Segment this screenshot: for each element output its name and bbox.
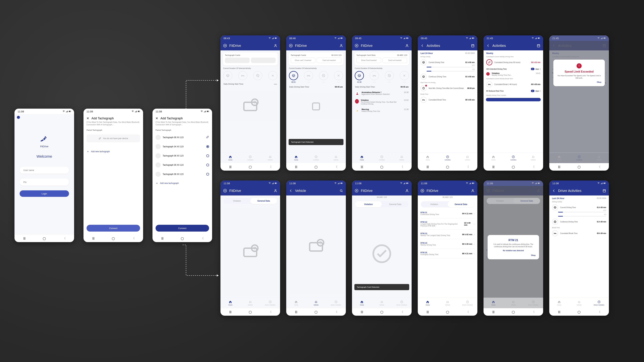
rtm-row[interactable]: RTM 22Longest Daily Driving Time For The…: [418, 219, 478, 229]
dialog-ok[interactable]: Okay: [557, 81, 602, 83]
avail-ring[interactable]: [253, 71, 262, 80]
close-button[interactable]: ✕: [156, 116, 158, 120]
plus-icon[interactable]: [289, 44, 293, 47]
dialog-ok[interactable]: Okay: [491, 254, 536, 256]
screen-vehicle: 11:08 Vehicle HomeVehicleDriver Activiti…: [286, 180, 346, 316]
user-icon[interactable]: [274, 189, 277, 193]
steer-icon: [420, 59, 426, 65]
nav-vehicle[interactable]: Vehicle: [306, 298, 326, 308]
nav-home[interactable]: Home: [220, 153, 240, 163]
plus-icon[interactable]: [420, 189, 424, 193]
nav-vehicle[interactable]: Vehicle: [372, 298, 392, 308]
tab-general[interactable]: General Data: [250, 198, 277, 204]
nav-home[interactable]: Home: [220, 298, 240, 308]
add-new-button[interactable]: ＋Add new tachograph: [84, 147, 143, 156]
nav-vehicle[interactable]: Vehicle: [392, 153, 412, 163]
connect-button[interactable]: Connect: [86, 225, 140, 232]
android-nav[interactable]: |||◯〈: [14, 235, 74, 242]
nav-home[interactable]: Home: [286, 298, 306, 308]
calendar-icon[interactable]: [537, 44, 540, 47]
android-nav[interactable]: |||◯〈: [84, 235, 143, 242]
calendar-icon[interactable]: [602, 189, 606, 193]
nav-vehicle[interactable]: Vehicle: [523, 153, 543, 163]
steer-ring[interactable]: [289, 71, 298, 80]
screen-info: If You Want To See Tachograph Data, You …: [84, 121, 143, 126]
nav-vehicle[interactable]: Vehicle: [260, 153, 280, 163]
radio[interactable]: [206, 164, 209, 166]
back-icon[interactable]: [552, 189, 556, 193]
rtm-row[interactable]: RTM 25Fortnightly Driving Time88 h 21 mi…: [418, 250, 478, 257]
tab-general[interactable]: General Data: [448, 201, 474, 207]
work-ring[interactable]: [268, 71, 277, 80]
calendar-icon[interactable]: [471, 44, 475, 47]
tab-violation[interactable]: Violation: [224, 198, 250, 204]
tab-violation[interactable]: Violation: [355, 201, 382, 207]
rtm-row[interactable]: RTM 21Continuous Driving Time04 h 11 min…: [418, 210, 478, 217]
screen-info: If You Want To See Tachograph Data, You …: [152, 121, 212, 126]
back-icon[interactable]: [420, 44, 424, 47]
tab-violation[interactable]: Violation: [421, 201, 448, 207]
steer-ring[interactable]: [355, 71, 364, 80]
tacho-row[interactable]: Tachograph 06 XX 123: [152, 170, 212, 179]
tacho-row[interactable]: Tachograph 06 XX 123: [152, 133, 212, 142]
nav-activities[interactable]: Activities: [306, 153, 326, 163]
nav-driver[interactable]: Driver Activities: [392, 298, 412, 308]
android-nav[interactable]: |||◯〈: [152, 235, 212, 242]
nav-activities[interactable]: Activities: [438, 153, 458, 163]
add-new-button[interactable]: ＋Add new tachograph: [152, 179, 212, 188]
user-icon[interactable]: [471, 189, 475, 193]
tacho-row[interactable]: Tachograph 05 XX 123: [152, 160, 212, 170]
user-icon[interactable]: [405, 189, 409, 193]
nav-vehicle[interactable]: Vehicle: [458, 153, 478, 163]
vehicle-id: 06 XXX 123: [331, 54, 342, 56]
rtm-dialog: RTM 21 It is used to indicate the contin…: [488, 235, 539, 259]
search-icon[interactable]: [340, 189, 343, 193]
nav-activities[interactable]: Activities: [504, 153, 524, 163]
user-icon[interactable]: [405, 44, 409, 47]
login-button[interactable]: Login: [20, 190, 69, 197]
close-button[interactable]: ✕: [86, 116, 89, 120]
plus-icon[interactable]: [355, 189, 358, 193]
nav-home[interactable]: Home: [418, 153, 438, 163]
alert-anomalous[interactable]: Anomalous Behavior !Aggressive Driver Be…: [352, 90, 412, 97]
back-icon[interactable]: [486, 44, 490, 47]
nav-home[interactable]: Home: [549, 298, 569, 308]
tacho-row[interactable]: Tachograph 06 XX 123: [152, 151, 212, 160]
nav-driver[interactable]: Driver Activities: [589, 298, 609, 308]
nav-driver[interactable]: Driver Activities: [326, 298, 346, 308]
connect-button[interactable]: Connect: [156, 225, 209, 232]
nav-vehicle[interactable]: Vehicle: [569, 298, 589, 308]
info-icon[interactable]: i: [540, 90, 540, 92]
rtm-row[interactable]: RTM 23Weekly The Longest Daily Driving T…: [418, 231, 478, 238]
radio-selected[interactable]: [206, 145, 209, 148]
slot-2: Card not inserted: [317, 57, 342, 63]
tab-general[interactable]: General Data: [382, 201, 408, 207]
screen-driver-activities: 11:08 Driver Activities Last 24 Hour01.0…: [549, 180, 609, 316]
nav-driver[interactable]: Driver Activities: [260, 298, 280, 308]
nav-activities[interactable]: Activities: [372, 153, 392, 163]
user-icon[interactable]: [340, 44, 343, 47]
alert-warning[interactable]: ▲WarningInstant Driving Time Out.11:30: [352, 107, 412, 114]
back-icon[interactable]: [289, 189, 293, 193]
nav-vehicle[interactable]: Vehicle: [240, 298, 260, 308]
plus-icon[interactable]: [223, 44, 227, 47]
username-input[interactable]: [20, 167, 69, 174]
user-icon[interactable]: [274, 44, 277, 47]
nav-home[interactable]: Home: [286, 153, 306, 163]
radio[interactable]: [206, 154, 209, 157]
plus-icon[interactable]: [355, 44, 358, 47]
info-icon[interactable]: i: [540, 68, 540, 70]
plus-icon[interactable]: [223, 189, 227, 193]
rtm-row[interactable]: RTM 24Weekly Driving Time50 h 20 min›: [418, 240, 478, 248]
nav-vehicle[interactable]: Vehicle: [326, 153, 346, 163]
nav-home[interactable]: Home: [352, 153, 372, 163]
radio[interactable]: [206, 173, 209, 176]
pin-input[interactable]: [20, 178, 69, 186]
steer-ring[interactable]: [223, 71, 232, 80]
tacho-row[interactable]: Tachograph 34 XX 123: [152, 142, 212, 151]
alert-violation[interactable]: !ViolationYou Exceed Instant Driving Tim…: [352, 97, 412, 107]
nav-home[interactable]: Home: [484, 153, 504, 163]
nav-home[interactable]: Home: [352, 298, 372, 308]
nav-activities[interactable]: Activities: [240, 153, 260, 163]
rest-ring[interactable]: [238, 71, 248, 80]
